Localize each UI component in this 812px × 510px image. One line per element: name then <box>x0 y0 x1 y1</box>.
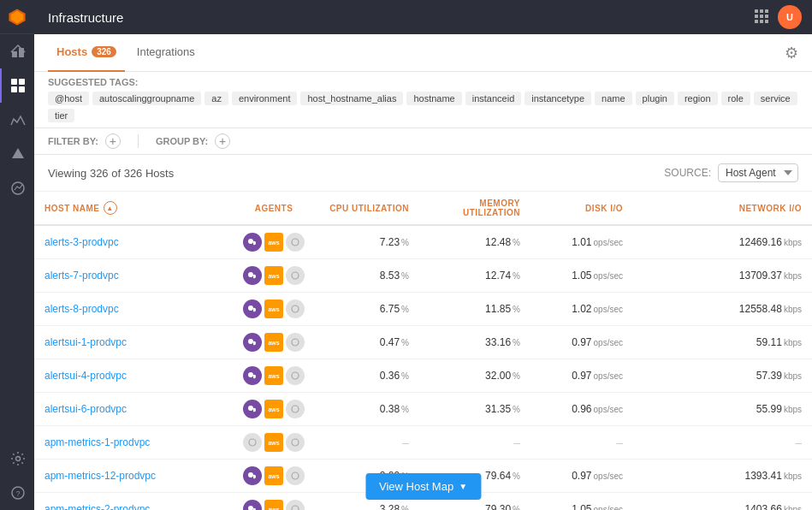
svg-text:?: ? <box>16 489 21 498</box>
network-cell: 1403.66kbps <box>633 493 812 511</box>
agents-cell: aws <box>231 426 317 460</box>
tags-container: @hostautoscalinggroupnameazenvironmentho… <box>48 92 798 122</box>
table-row: apm-metrics-1-prodvpcaws–––– <box>34 426 812 460</box>
agent-icon: aws <box>264 233 283 252</box>
sidebar-home[interactable] <box>0 34 34 68</box>
agent-icon <box>243 466 262 485</box>
source-label: SOURCE: <box>664 167 711 179</box>
tag-chip[interactable]: @host <box>48 92 89 105</box>
agent-icon <box>286 233 305 252</box>
agents-cell: aws <box>231 326 317 359</box>
tag-chip[interactable]: hostname <box>406 92 461 105</box>
agents-cell: aws <box>231 259 317 293</box>
host-link[interactable]: alerts-8-prodvpc <box>44 303 119 315</box>
table-row: alerts-7-prodvpcaws8.53%12.74%1.05ops/se… <box>34 259 812 293</box>
memory-cell: 32.00% <box>419 359 530 393</box>
agent-icon <box>243 333 262 352</box>
table-row: alertsui-1-prodvpcaws0.47%33.16%0.97ops/… <box>34 326 812 359</box>
host-link[interactable]: alerts-7-prodvpc <box>44 270 119 282</box>
th-cpu[interactable]: CPU UTILIZATION <box>317 192 419 225</box>
agent-icon <box>243 299 262 318</box>
th-memory[interactable]: MEMORY UTILIZATION <box>419 192 530 225</box>
svg-point-27 <box>248 305 253 311</box>
group-add-button[interactable]: + <box>215 133 230 149</box>
tag-chip[interactable]: instancetype <box>525 92 591 105</box>
apps-icon[interactable] <box>754 9 769 27</box>
host-link[interactable]: alerts-3-prodvpc <box>44 236 119 248</box>
sidebar-alerts[interactable] <box>0 137 34 171</box>
cpu-cell: 7.23% <box>317 225 419 259</box>
hosts-table: HOST NAME ▲ AGENTS CPU UTILIZATION MEMOR… <box>34 192 812 510</box>
agent-icon <box>286 266 305 285</box>
topbar-title: Infrastructure <box>48 10 123 25</box>
tag-chip[interactable]: autoscalinggroupname <box>92 92 201 105</box>
agent-icon <box>243 366 262 385</box>
tag-chip[interactable]: name <box>595 92 632 105</box>
agent-icon <box>286 400 305 418</box>
tag-chip[interactable]: az <box>204 92 228 105</box>
hosts-badge: 326 <box>92 46 116 57</box>
view-hostmap-button[interactable]: View Host Map ▼ <box>365 473 481 500</box>
network-cell: 12558.48kbps <box>633 293 812 326</box>
svg-rect-20 <box>755 20 758 23</box>
svg-point-32 <box>292 372 299 379</box>
host-link[interactable]: apm-metrics-12-prodvpc <box>44 470 156 482</box>
tag-chip[interactable]: environment <box>232 92 298 105</box>
filter-bar: FILTER BY: + GROUP BY: + <box>34 128 812 155</box>
agent-icon: aws <box>264 466 283 485</box>
agent-icon <box>243 433 262 452</box>
tag-chip[interactable]: role <box>721 92 750 105</box>
tag-chip[interactable]: service <box>754 92 797 105</box>
agent-icon: aws <box>264 299 283 318</box>
tag-chip[interactable]: plugin <box>636 92 674 105</box>
table-row: alerts-3-prodvpcaws7.23%12.48%1.01ops/se… <box>34 225 812 259</box>
memory-cell: 12.48% <box>419 225 530 259</box>
sidebar-help[interactable]: ? <box>0 476 34 510</box>
sidebar-settings[interactable] <box>0 442 34 476</box>
th-disk[interactable]: DISK I/O <box>530 192 633 225</box>
content-wrapper: Hosts 326 Integrations ⚙ SUGGESTED TAGS:… <box>34 34 812 510</box>
agent-icon <box>243 233 262 252</box>
tag-chip[interactable]: region <box>678 92 718 105</box>
host-link[interactable]: alertsui-6-prodvpc <box>44 403 127 415</box>
host-link[interactable]: apm-metrics-1-prodvpc <box>44 436 150 448</box>
svg-point-31 <box>248 372 253 377</box>
table-container[interactable]: Viewing 326 of 326 Hosts SOURCE: Host Ag… <box>34 155 812 510</box>
tab-integrations[interactable]: Integrations <box>128 34 204 72</box>
svg-rect-16 <box>765 9 768 13</box>
tabs-bar: Hosts 326 Integrations ⚙ <box>34 34 812 72</box>
svg-point-24 <box>292 239 299 246</box>
svg-point-37 <box>248 472 253 477</box>
network-cell: 57.39kbps <box>633 359 812 393</box>
network-cell: 55.99kbps <box>633 393 812 426</box>
th-network[interactable]: NETWORK I/O <box>633 192 812 225</box>
user-avatar[interactable]: U <box>778 5 802 29</box>
agent-icon: aws <box>264 433 283 452</box>
tab-hosts[interactable]: Hosts 326 <box>48 34 125 72</box>
agent-icon <box>243 266 262 285</box>
host-link[interactable]: alertsui-4-prodvpc <box>44 370 127 382</box>
tag-chip[interactable]: host_hostname_alias <box>300 92 403 105</box>
svg-rect-19 <box>765 15 768 18</box>
sidebar-apm[interactable] <box>0 103 34 137</box>
disk-cell: – <box>530 426 633 460</box>
settings-gear-icon[interactable]: ⚙ <box>785 44 798 62</box>
agents-cell: aws <box>231 359 317 393</box>
host-link[interactable]: alertsui-1-prodvpc <box>44 336 127 348</box>
tag-chip[interactable]: instanceid <box>465 92 522 105</box>
host-link[interactable]: apm-metrics-2-prodvpc <box>44 503 150 510</box>
svg-rect-15 <box>760 9 763 13</box>
suggested-tags-label: SUGGESTED TAGS: <box>48 77 139 87</box>
th-hostname[interactable]: HOST NAME ▲ <box>34 192 231 225</box>
sidebar-metrics[interactable] <box>0 171 34 205</box>
tag-chip[interactable]: tier <box>48 109 74 122</box>
logo <box>0 0 34 34</box>
svg-point-36 <box>292 439 299 446</box>
sidebar-infrastructure[interactable] <box>0 68 34 103</box>
th-agents[interactable]: AGENTS <box>231 192 317 225</box>
sort-icon: ▲ <box>104 201 117 215</box>
disk-cell: 1.01ops/sec <box>530 225 633 259</box>
source-select[interactable]: Host Agent AWS <box>718 163 798 182</box>
svg-point-38 <box>292 472 299 479</box>
filter-add-button[interactable]: + <box>105 133 121 149</box>
